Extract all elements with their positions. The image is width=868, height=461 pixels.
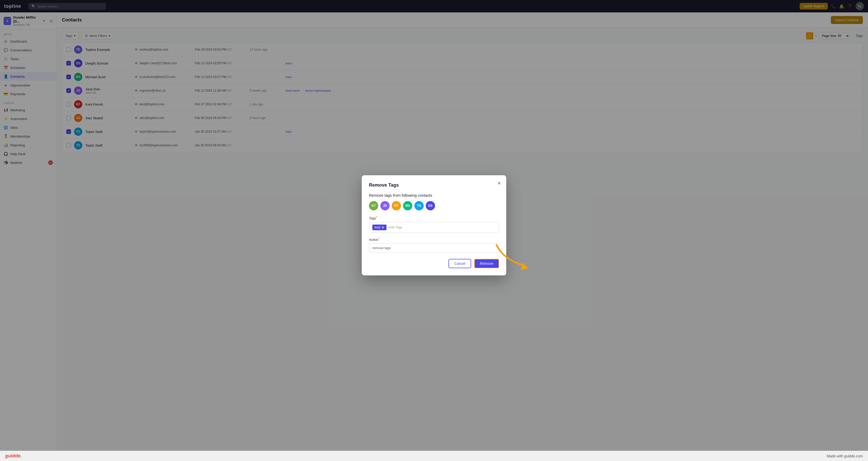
selected-contacts-avatars: KT JD RT MS TS DS [369,201,434,210]
contact-mini-avatar: MS [403,201,412,210]
contact-mini-avatar: JD [380,201,390,210]
tags-field-label: Tags* [369,216,434,220]
add-tag-placeholder[interactable]: Add Tags [389,225,403,229]
tag-pill-lead: lead ✕ [372,224,386,230]
modal-subtitle: Remove tags from following contacts [369,193,434,197]
tag-remove-button[interactable]: ✕ [381,225,384,229]
modal-title: Remove Tags [369,183,434,188]
contact-mini-avatar: RT [392,201,401,210]
tag-pill-text: lead [374,225,380,229]
contact-mini-avatar: KT [369,201,378,210]
contact-mini-avatar: DS [426,201,434,210]
modal-overlay: ✕ Remove Tags Remove tags from following… [0,0,434,230]
remove-tags-modal: ✕ Remove Tags Remove tags from following… [362,175,434,230]
contact-mini-avatar: TS [414,201,424,210]
tags-input-field[interactable]: lead ✕ Add Tags [369,222,434,231]
